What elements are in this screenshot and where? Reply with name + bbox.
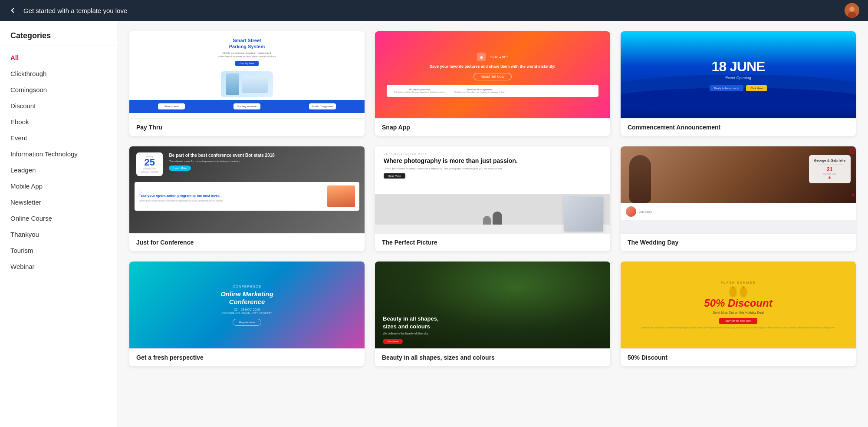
wedding-month: October 2018: [814, 172, 845, 175]
pp-btn[interactable]: Read More: [384, 173, 405, 179]
template-preview-snap: ◉ SNAP ● NET Save your favorite pictures…: [375, 31, 610, 118]
preview-title: Smart StreetParking System: [136, 37, 358, 50]
mc-date: 26 – 28 NOV, 2018: [234, 308, 260, 311]
sidebar-item-newsletter[interactable]: Newsletter: [0, 194, 117, 210]
template-label-snap-app: Snap App: [375, 118, 610, 136]
template-card-snap-app[interactable]: ◉ SNAP ● NET Save your favorite pictures…: [375, 31, 610, 136]
template-label-beauty: Beauty in all shapes, sizes and colours: [375, 348, 610, 366]
sidebar-item-discount[interactable]: Discount: [0, 98, 117, 114]
sidebar-item-ebook[interactable]: Ebook: [0, 114, 117, 130]
preview-subtitle: Mobile parking management, navigation &c…: [136, 51, 358, 59]
sidebar-item-comingsoon[interactable]: Comingsoon: [0, 82, 117, 98]
comm-btn-yellow[interactable]: Click Here: [746, 85, 767, 91]
disc-btn[interactable]: GET UP TO 50% OFF: [719, 318, 757, 324]
stat-2: Parking revenue: [233, 103, 260, 109]
snap-feature-1: Mobile ApplicationThis lets you describe…: [394, 88, 445, 93]
mc-btn[interactable]: Register Now: [233, 319, 261, 326]
conf-time: 9:00 AM - 5:00 PM: [141, 171, 158, 173]
template-preview-wedding: George & Gabrielle 21 October 2018 ❋ ✿ ❀: [621, 146, 856, 233]
conf-sub: The ultimate event for the entrepreneurs…: [169, 159, 358, 163]
sidebar-item-webinar[interactable]: Webinar: [0, 258, 117, 275]
template-label-conference: Just for Conference: [129, 233, 365, 251]
header-title: Get started with a template you love: [23, 7, 838, 14]
sidebar-item-information-technology[interactable]: Information Technology: [0, 146, 117, 162]
wedding-footer: Our Story: [639, 210, 652, 213]
template-preview-picture: GETTING STARTED WITH Where photography i…: [375, 146, 610, 233]
main-content: Smart StreetParking System Mobile parkin…: [117, 21, 868, 427]
sidebar: Categories All Clickthrough Comingsoon D…: [0, 21, 117, 427]
mc-title: Online MarketingConference: [220, 290, 273, 306]
conf-title: Be part of the best conference event Bot…: [169, 152, 358, 158]
disc-main: 50% Discount: [704, 298, 772, 308]
beauty-title: Beauty in all shapes,sizes and colours: [383, 315, 602, 330]
template-grid: Smart StreetParking System Mobile parkin…: [129, 31, 856, 366]
stat-3: Traffic Congestion: [309, 103, 336, 109]
conf-day-num: 25: [141, 158, 158, 167]
beauty-sub: We believe in the beauty of diversity.: [383, 331, 602, 336]
disc-small: Official Rules: Insert any text here tha…: [639, 326, 837, 329]
template-preview: Smart StreetParking System Mobile parkin…: [129, 31, 365, 118]
template-card-discount[interactable]: FLASH SUMMER 50% Discount Don't Miss Out…: [621, 261, 856, 366]
template-preview-conference: Monday 25 October 2018 9:00 AM - 5:00 PM…: [129, 146, 365, 233]
template-card-conference[interactable]: Monday 25 October 2018 9:00 AM - 5:00 PM…: [129, 146, 365, 251]
mc-sub: CONFERENCE VENUE • CITY, COUNTRY: [213, 312, 281, 314]
template-preview-discount: FLASH SUMMER 50% Discount Don't Miss Out…: [621, 261, 856, 348]
pp-sub: Lorem ipsum dolor sit amet, consectetur …: [384, 167, 602, 171]
template-label-commencement: Commencement Announcement: [621, 118, 856, 136]
sidebar-item-mobile-app[interactable]: Mobile App: [0, 178, 117, 194]
template-card-commencement[interactable]: 18 JUNE Event Opening Ready to learn how…: [621, 31, 856, 136]
pp-title: Where photography is more than just pass…: [384, 157, 602, 165]
sidebar-item-clickthrough[interactable]: Clickthrough: [0, 66, 117, 82]
wedding-date-num: 21: [814, 166, 845, 172]
template-card-beauty[interactable]: Beauty in all shapes,sizes and colours W…: [375, 261, 610, 366]
snap-btn[interactable]: REGISTER NOW: [473, 73, 512, 80]
opt-title: Take your optimization program to the ne…: [139, 194, 324, 198]
template-card-pay-thru[interactable]: Smart StreetParking System Mobile parkin…: [129, 31, 365, 136]
svg-point-1: [849, 7, 855, 12]
avatar[interactable]: [845, 3, 859, 18]
template-label-wedding: The Wedding Day: [621, 233, 856, 251]
template-preview-beauty: Beauty in all shapes,sizes and colours W…: [375, 261, 610, 348]
comm-btns: Ready to learn how to Click Here: [710, 85, 767, 91]
beauty-btn[interactable]: See More: [383, 339, 403, 344]
opt-num: 01: [139, 190, 324, 193]
sidebar-item-event[interactable]: Event: [0, 130, 117, 146]
pp-eyebrow: GETTING STARTED WITH: [384, 152, 602, 155]
sidebar-item-online-course[interactable]: Online Course: [0, 210, 117, 226]
stat-1: Stress Level: [158, 103, 185, 109]
sidebar-item-thankyou[interactable]: Thankyou: [0, 226, 117, 242]
preview-btn: Get My Free: [235, 61, 258, 66]
snap-text: Save your favorite pictures and share th…: [417, 64, 569, 70]
conf-btn[interactable]: Learn More: [169, 166, 191, 171]
sidebar-item-all[interactable]: All: [0, 50, 117, 66]
comm-sub: Event Opening: [725, 76, 751, 80]
template-label-pay-thru: Pay Thru: [129, 118, 365, 136]
template-card-wedding[interactable]: George & Gabrielle 21 October 2018 ❋ ✿ ❀: [621, 146, 856, 251]
snap-feature-2: Services ManagementThis lets you describ…: [454, 88, 505, 93]
template-label-picture: The Perfect Picture: [375, 233, 610, 251]
sidebar-title: Categories: [0, 31, 117, 46]
opt-sub: Lorem ipsum dolor sit amet, consectetur …: [139, 199, 324, 202]
conf-month: October 2018: [141, 167, 158, 170]
template-label-discount: 50% Discount: [621, 348, 856, 366]
app-header: Get started with a template you love: [0, 0, 868, 21]
mc-eyebrow: CONFERENCE: [233, 285, 261, 288]
sidebar-item-tourism[interactable]: Tourism: [0, 242, 117, 258]
back-button[interactable]: [9, 7, 16, 14]
disc-sub: Don't Miss Out on this Holiday Deal: [713, 311, 764, 314]
comm-date: 18 JUNE: [712, 59, 765, 75]
wedding-names: George & Gabrielle: [814, 159, 845, 162]
sidebar-item-leadgen[interactable]: Leadgen: [0, 162, 117, 178]
main-layout: Categories All Clickthrough Comingsoon D…: [0, 21, 868, 427]
comm-btn-blue[interactable]: Ready to learn how to: [710, 85, 743, 91]
template-card-perfect-picture[interactable]: GETTING STARTED WITH Where photography i…: [375, 146, 610, 251]
template-label-marketing: Get a fresh perspective: [129, 348, 365, 366]
template-card-marketing-conf[interactable]: CONFERENCE Online MarketingConference 26…: [129, 261, 365, 366]
disc-flash: FLASH SUMMER: [721, 281, 756, 284]
template-preview-marketing: CONFERENCE Online MarketingConference 26…: [129, 261, 365, 348]
template-preview-commencement: 18 JUNE Event Opening Ready to learn how…: [621, 31, 856, 118]
